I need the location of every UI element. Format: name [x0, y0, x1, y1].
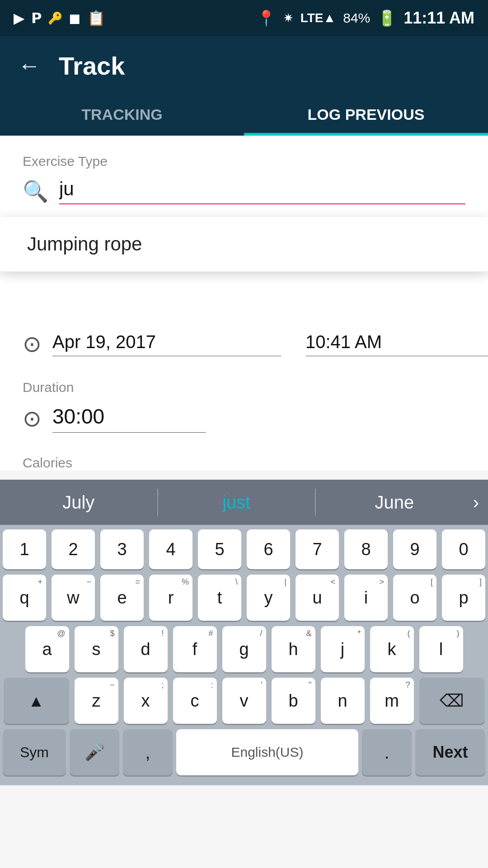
key-q[interactable]: +q: [3, 575, 46, 621]
next-key[interactable]: Next: [415, 729, 485, 775]
key-9[interactable]: 9: [393, 529, 436, 569]
mic-key[interactable]: [70, 729, 119, 775]
key-m[interactable]: ?m: [370, 678, 414, 724]
bottom-row: Sym , English(US) . Next: [3, 729, 485, 775]
key-g[interactable]: /g: [222, 626, 266, 672]
mic-icon: [84, 743, 105, 762]
comma-key[interactable]: ,: [123, 729, 173, 775]
duration-input-row: ⊙: [23, 404, 465, 433]
exercise-type-input[interactable]: [59, 178, 465, 204]
suggestion-more-icon[interactable]: ›: [473, 492, 488, 513]
key-w[interactable]: −w: [52, 575, 95, 621]
key-4[interactable]: 4: [149, 529, 192, 569]
key-o[interactable]: [o: [393, 575, 436, 621]
keyscrambler-icon: 🔑: [48, 11, 62, 25]
bluetooth-icon: ✴: [283, 11, 293, 26]
calories-label: Calories: [23, 455, 72, 470]
key-l[interactable]: )l: [419, 626, 463, 672]
key-b[interactable]: "b: [272, 678, 315, 724]
clock-icon: ⊙: [23, 331, 42, 357]
period-key[interactable]: .: [362, 729, 412, 775]
key-v[interactable]: 'v: [222, 678, 266, 724]
letter-row-3: −z ;x :c 'v "b n ?m: [3, 678, 485, 724]
key-i[interactable]: >i: [344, 575, 388, 621]
letter-row-2: @a $s !d #f /g &h *j (k )l: [3, 626, 485, 672]
key-1[interactable]: 1: [3, 529, 46, 569]
date-input[interactable]: [52, 332, 281, 356]
flipboard-icon: ◼: [69, 9, 81, 27]
time-display: 11:11 AM: [404, 9, 474, 28]
letter-row-1: +q −w =e %r \t |y <u >i [o ]p: [3, 575, 485, 621]
key-y[interactable]: |y: [247, 575, 290, 621]
duration-clock-icon: ⊙: [23, 406, 42, 432]
exercise-type-section: Exercise Type 🔍: [0, 136, 488, 227]
suggestion-july[interactable]: July: [0, 480, 157, 525]
datetime-input-row: ⊙: [23, 331, 465, 357]
status-icons: ▶ 𝗣 🔑 ◼ 📋: [14, 9, 105, 27]
location-icon: 📍: [257, 9, 276, 27]
suggestion-june[interactable]: June: [316, 480, 473, 525]
key-x[interactable]: ;x: [124, 678, 168, 724]
shift-key[interactable]: [4, 678, 69, 724]
time-input[interactable]: [305, 332, 488, 356]
duration-input[interactable]: [52, 404, 206, 433]
signal-indicator: LTE▲: [300, 11, 336, 25]
number-row: 1 2 3 4 5 6 7 8 9 0: [3, 529, 485, 569]
exercise-type-label: Exercise Type: [23, 154, 465, 169]
key-a[interactable]: @a: [25, 626, 69, 672]
youtube-icon: ▶: [14, 9, 25, 27]
battery-icon: 🔋: [377, 9, 396, 27]
autocomplete-item[interactable]: Jumping rope: [0, 217, 488, 272]
key-j[interactable]: *j: [321, 626, 365, 672]
key-c[interactable]: :c: [173, 678, 217, 724]
key-2[interactable]: 2: [52, 529, 95, 569]
key-t[interactable]: \t: [198, 575, 241, 621]
key-0[interactable]: 0: [442, 529, 485, 569]
key-k[interactable]: (k: [370, 626, 414, 672]
status-bar: ▶ 𝗣 🔑 ◼ 📋 📍 ✴ LTE▲ 84% 🔋 11:11 AM: [0, 0, 488, 36]
sym-key[interactable]: Sym: [3, 729, 66, 775]
tab-log-previous[interactable]: LOG PREVIOUS: [244, 95, 488, 134]
backspace-key[interactable]: [419, 678, 485, 724]
key-s[interactable]: $s: [75, 626, 118, 672]
duration-label: Duration: [23, 380, 465, 395]
suggestion-bar: July just June ›: [0, 480, 488, 525]
search-icon: 🔍: [23, 179, 48, 203]
key-6[interactable]: 6: [247, 529, 290, 569]
key-h[interactable]: &h: [272, 626, 315, 672]
key-7[interactable]: 7: [296, 529, 339, 569]
space-key[interactable]: English(US): [176, 729, 358, 775]
page-title: Track: [59, 51, 125, 80]
key-f[interactable]: #f: [173, 626, 217, 672]
autocomplete-dropdown: Jumping rope: [0, 217, 488, 272]
battery-level: 84%: [343, 10, 370, 26]
status-indicators: 📍 ✴ LTE▲ 84% 🔋 11:11 AM: [257, 9, 474, 28]
key-u[interactable]: <u: [296, 575, 339, 621]
shift-icon: [28, 691, 44, 711]
key-n[interactable]: n: [321, 678, 365, 724]
key-5[interactable]: 5: [198, 529, 241, 569]
tab-tracking[interactable]: TRACKING: [0, 95, 244, 134]
pinterest-icon: 𝗣: [31, 9, 42, 27]
key-d[interactable]: !d: [124, 626, 168, 672]
clipboard-icon: 📋: [87, 9, 105, 27]
suggestion-just[interactable]: just: [158, 480, 315, 525]
key-3[interactable]: 3: [100, 529, 144, 569]
back-button[interactable]: ←: [18, 52, 41, 79]
datetime-section: ⊙: [0, 317, 488, 371]
key-e[interactable]: =e: [100, 575, 144, 621]
key-8[interactable]: 8: [344, 529, 388, 569]
tab-bar: TRACKING LOG PREVIOUS: [0, 95, 488, 136]
duration-section: Duration ⊙: [0, 371, 488, 446]
calories-section: Calories: [0, 446, 488, 471]
app-bar: ← Track: [0, 36, 488, 95]
keyboard: 1 2 3 4 5 6 7 8 9 0 +q −w =e %r \t |y <u…: [0, 525, 488, 785]
backspace-icon: [440, 691, 464, 711]
exercise-type-input-row: 🔍: [23, 178, 465, 204]
key-r[interactable]: %r: [149, 575, 192, 621]
key-z[interactable]: −z: [75, 678, 118, 724]
key-p[interactable]: ]p: [442, 575, 485, 621]
